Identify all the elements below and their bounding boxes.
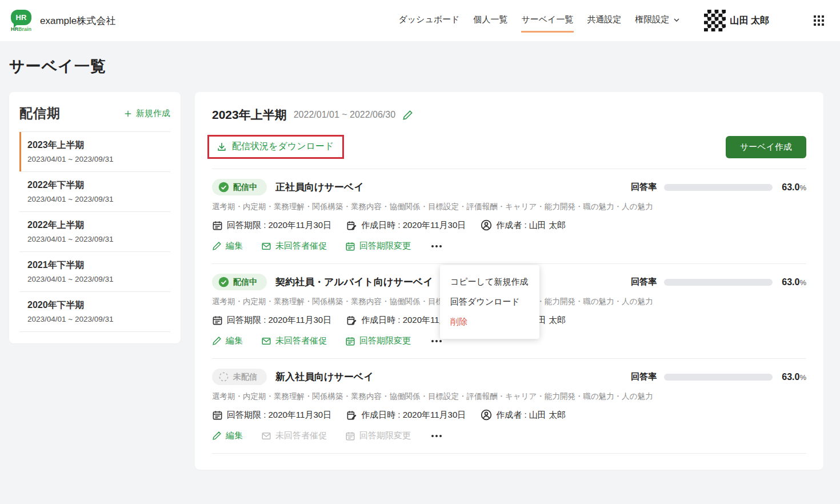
status-label: 配信中 bbox=[233, 277, 257, 287]
change-deadline-button-disabled: 回答期限変更 bbox=[345, 430, 411, 441]
calendar-icon bbox=[212, 315, 223, 326]
rate-value: 63.0% bbox=[782, 277, 806, 287]
calendar-edit-icon bbox=[346, 220, 357, 231]
remind-nonrespondents-button[interactable]: 未回答者催促 bbox=[261, 241, 327, 251]
more-options-button[interactable] bbox=[429, 433, 444, 439]
nav-item-permission-settings[interactable]: 権限設定 bbox=[635, 9, 681, 33]
download-icon bbox=[216, 141, 227, 153]
author-text: 作成者 : 山田 太郎 bbox=[496, 410, 566, 421]
deadline-text: 回答期限 : 2020年11月30日 bbox=[227, 220, 331, 231]
period-range: 2023/04/01 ~ 2023/09/31 bbox=[27, 155, 170, 163]
check-circle-icon bbox=[218, 182, 229, 193]
dashed-circle-icon bbox=[218, 371, 229, 382]
period-range: 2023/04/01 ~ 2023/09/31 bbox=[27, 315, 170, 323]
calendar-edit-icon bbox=[346, 410, 357, 421]
created-text: 作成日時 : 2020年11月30日 bbox=[361, 220, 466, 231]
content-area: 配信期 新規作成 2023年上半期 2023/04/01 ~ 2023/09/3… bbox=[0, 77, 840, 470]
company-name: example株式会社 bbox=[40, 14, 115, 27]
rate-value: 63.0% bbox=[782, 372, 806, 382]
menu-item-download-responses[interactable]: 回答ダウンロード bbox=[440, 292, 539, 312]
period-label: 2022年下半期 bbox=[27, 179, 170, 191]
period-item-2021-second-half[interactable]: 2021年下半期 2023/04/01 ~ 2023/09/31 bbox=[19, 252, 170, 292]
rate-label: 回答率 bbox=[631, 182, 657, 193]
brand-logo[interactable]: HR HRBrain example株式会社 bbox=[8, 10, 115, 32]
main-nav: ダッシュボード 個人一覧 サーベイ一覧 共通設定 権限設定 bbox=[398, 9, 681, 33]
remind-nonrespondents-button[interactable]: 未回答者催促 bbox=[261, 335, 327, 346]
rate-label: 回答率 bbox=[631, 277, 657, 287]
mail-icon bbox=[261, 431, 271, 441]
menu-item-copy-create[interactable]: コピーして新規作成 bbox=[440, 272, 539, 292]
nav-item-dashboard[interactable]: ダッシュボード bbox=[398, 9, 459, 33]
new-period-button[interactable]: 新規作成 bbox=[123, 108, 170, 119]
edit-survey-button[interactable]: 編集 bbox=[212, 430, 243, 441]
mail-icon bbox=[261, 336, 271, 346]
edit-survey-button[interactable]: 編集 bbox=[212, 241, 243, 251]
edit-period-button[interactable] bbox=[402, 110, 413, 121]
create-survey-button[interactable]: サーベイ作成 bbox=[726, 136, 806, 158]
top-navbar: HR HRBrain example株式会社 ダッシュボード 個人一覧 サーベイ… bbox=[0, 0, 840, 41]
status-badge: 未配信 bbox=[212, 369, 267, 385]
survey-meta: 回答期限 : 2020年11月30日 作成日時 : 2020年11月30日 作成… bbox=[212, 409, 806, 421]
period-label: 2020年下半期 bbox=[27, 299, 170, 311]
pencil-icon bbox=[212, 431, 222, 441]
response-rate: 回答率 63.0% bbox=[631, 371, 806, 382]
period-item-2022-first-half[interactable]: 2022年上半期 2023/04/01 ~ 2023/09/31 bbox=[19, 212, 170, 252]
check-circle-icon bbox=[218, 277, 229, 287]
calendar-icon bbox=[212, 220, 223, 231]
deadline-meta: 回答期限 : 2020年11月30日 bbox=[212, 220, 331, 231]
period-range: 2023/04/01 ~ 2023/09/31 bbox=[27, 275, 170, 283]
deadline-meta: 回答期限 : 2020年11月30日 bbox=[212, 315, 331, 326]
author-text: 作成者 : 山田 太郎 bbox=[496, 220, 566, 231]
progress-bar bbox=[664, 184, 773, 191]
pencil-icon bbox=[212, 241, 222, 251]
sidebar-header: 配信期 新規作成 bbox=[19, 92, 170, 132]
change-deadline-button[interactable]: 回答期限変更 bbox=[345, 241, 411, 251]
deadline-text: 回答期限 : 2020年11月30日 bbox=[227, 410, 331, 421]
nav-item-common-settings[interactable]: 共通設定 bbox=[587, 9, 622, 33]
user-menu[interactable]: 山田 太郎 bbox=[704, 10, 769, 31]
period-list: 2023年上半期 2023/04/01 ~ 2023/09/31 2022年下半… bbox=[19, 132, 170, 332]
period-item-2022-second-half[interactable]: 2022年下半期 2023/04/01 ~ 2023/09/31 bbox=[19, 172, 170, 212]
survey-title: 契約社員・アルバイト向けサーベイ bbox=[275, 275, 433, 289]
survey-title: 新入社員向けサーベイ bbox=[275, 370, 374, 383]
user-avatar bbox=[704, 10, 726, 31]
period-item-2020-second-half[interactable]: 2020年下半期 2023/04/01 ~ 2023/09/31 bbox=[19, 292, 170, 332]
survey-title: 正社員向けサーベイ bbox=[275, 181, 364, 194]
survey-tags: 選考期・内定期・業務理解・関係構築・業務内容・協働関係・目標設定・評価報酬・キャ… bbox=[212, 391, 806, 402]
apps-grid-button[interactable] bbox=[814, 15, 824, 26]
calendar-edit-icon bbox=[346, 315, 357, 326]
page-title: サーベイ一覧 bbox=[0, 41, 840, 77]
nav-item-people-list[interactable]: 個人一覧 bbox=[473, 9, 507, 33]
highlight-annotation: 配信状況をダウンロード bbox=[207, 135, 344, 159]
status-badge: 配信中 bbox=[212, 274, 267, 290]
status-label: 未配信 bbox=[233, 372, 257, 382]
period-header: 2023年上半期 2022/01/01 ~ 2022/06/30 bbox=[212, 107, 806, 123]
created-meta: 作成日時 : 2020年11月30日 bbox=[346, 220, 466, 231]
hrbrain-logo-icon: HR HRBrain bbox=[8, 10, 34, 32]
survey-actions: 編集 未回答者催促 回答期限変更 bbox=[212, 430, 806, 441]
edit-survey-button[interactable]: 編集 bbox=[212, 335, 243, 346]
new-period-label: 新規作成 bbox=[136, 108, 170, 119]
created-meta: 作成日時 : 2020年11月30日 bbox=[346, 410, 466, 421]
more-options-button[interactable] bbox=[429, 243, 444, 250]
progress-bar bbox=[664, 374, 773, 381]
survey-actions: 編集 未回答者催促 回答期限変更 bbox=[212, 241, 806, 251]
mail-icon bbox=[261, 241, 271, 251]
person-circle-icon bbox=[481, 409, 492, 421]
menu-item-delete[interactable]: 削除 bbox=[440, 312, 539, 332]
period-date-range: 2022/01/01 ~ 2022/06/30 bbox=[294, 110, 395, 120]
download-status-button[interactable]: 配信状況をダウンロード bbox=[216, 141, 334, 153]
response-rate: 回答率 63.0% bbox=[631, 182, 806, 193]
change-deadline-button[interactable]: 回答期限変更 bbox=[345, 335, 411, 346]
author-meta: 作成者 : 山田 太郎 bbox=[481, 219, 566, 231]
user-name: 山田 太郎 bbox=[730, 15, 769, 27]
plus-icon bbox=[123, 109, 133, 118]
nav-item-survey-list[interactable]: サーベイ一覧 bbox=[521, 9, 573, 33]
deadline-meta: 回答期限 : 2020年11月30日 bbox=[212, 410, 331, 421]
person-circle-icon bbox=[481, 219, 492, 231]
period-item-2023-first-half[interactable]: 2023年上半期 2023/04/01 ~ 2023/09/31 bbox=[19, 132, 170, 172]
context-menu: コピーして新規作成 回答ダウンロード 削除 bbox=[440, 265, 539, 339]
list-end-divider bbox=[212, 453, 806, 454]
pencil-icon bbox=[212, 336, 222, 346]
calendar-icon bbox=[212, 410, 223, 421]
